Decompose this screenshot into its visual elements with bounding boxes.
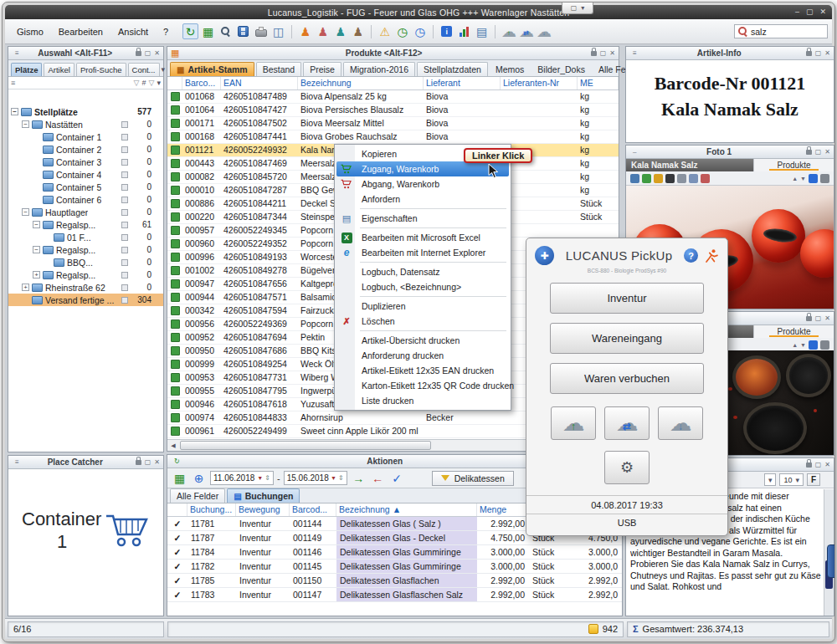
arrow-up-icon[interactable]: ▲ (792, 176, 798, 181)
context-menu-item-bearbeiten-mit-microsoft-excel[interactable]: XBearbeiten mit Microsoft Excel (336, 230, 509, 245)
context-menu-item-liste-drucken[interactable]: Liste drucken (336, 393, 509, 408)
user-remove-icon[interactable]: ♟ (315, 23, 331, 39)
column-header-me[interactable]: ME (578, 77, 619, 89)
table-row[interactable]: ✓11784Inventur001146Delikatessen Glas Gu… (167, 545, 622, 560)
save-icon[interactable] (809, 340, 818, 350)
bold-button[interactable]: F (807, 473, 820, 486)
history-green-icon[interactable]: ◷ (394, 23, 410, 39)
column-header-barco[interactable]: Barco... (182, 77, 221, 89)
font-size-dropdown[interactable]: 10▾ (779, 473, 804, 486)
tab-buchungen[interactable]: ▤Buchungen (227, 488, 300, 503)
maximize-panel-icon[interactable]: ▢ (815, 148, 822, 156)
column-header-lieferant[interactable]: Lieferant (424, 77, 501, 89)
mail-icon[interactable] (677, 174, 686, 183)
clock-icon[interactable]: ◷ (412, 23, 428, 39)
date-from-field[interactable]: 11.06.2018 ▼ ⇕ (210, 471, 274, 485)
close-panel-icon[interactable]: ✕ (824, 461, 830, 468)
tab-profi-suche[interactable]: Profi-Suche (76, 63, 126, 76)
titlebar[interactable]: Lucanus_Logistik - FUG - Feuer und Glas … (5, 5, 832, 19)
close-panel-icon[interactable]: ✕ (824, 49, 830, 57)
table-row[interactable]: 0001684260510847441Biova Grobes Rauchsal… (167, 130, 619, 144)
user-sync-icon[interactable]: ♟ (332, 23, 348, 39)
column-header-bewegung[interactable]: Bewegung (236, 503, 290, 516)
chevron-down-icon[interactable]: ▾ (162, 65, 166, 74)
column-header-bezeichnung[interactable]: Bezeichnung ▲ (336, 503, 477, 516)
collapse-icon[interactable]: − (11, 108, 18, 115)
save-icon[interactable] (235, 23, 251, 39)
collapse-icon[interactable]: − (33, 246, 40, 253)
globe-icon[interactable]: ⊕ (191, 470, 207, 486)
close-panel-icon[interactable]: ✕ (824, 314, 830, 322)
column-header-menge[interactable]: Menge (477, 503, 529, 516)
menu-item-help[interactable]: ? (156, 20, 176, 43)
print-icon[interactable] (820, 174, 829, 183)
button-wareneingang[interactable]: Wareneingang (550, 323, 704, 354)
search-input[interactable]: salz (751, 27, 767, 37)
arrow-down-icon[interactable]: ▼ (800, 176, 806, 181)
context-menu-item-duplizieren[interactable]: Duplizieren (336, 299, 509, 314)
image-icon[interactable] (630, 174, 639, 183)
tree-item[interactable]: 01 F...0 (8, 231, 163, 243)
tab-alle-felder[interactable]: Alle Felder (170, 488, 225, 503)
expand-icon[interactable]: + (22, 284, 29, 291)
column-header-barcod[interactable]: Barcod... (290, 503, 336, 516)
close-panel-icon[interactable]: ✕ (154, 458, 160, 466)
cloud-download-icon[interactable]: ☁↓ (536, 23, 552, 39)
column-header-lieferanten-nr[interactable]: Lieferanten-Nr (501, 77, 578, 89)
cloud-sync-button[interactable]: ☁⇄ (604, 406, 650, 440)
expand-icon[interactable]: + (33, 271, 40, 279)
close-panel-icon[interactable]: ✕ (609, 49, 615, 57)
column-header-bezeichnung[interactable]: Bezeichnung (298, 77, 424, 89)
tree-item[interactable]: −Nastätten0 (8, 118, 163, 130)
tab-bilder-doks[interactable]: Bilder_Doks (531, 62, 591, 76)
lock-icon[interactable] (806, 316, 812, 321)
print-icon[interactable] (253, 23, 269, 39)
tab-cont[interactable]: Cont... (128, 63, 160, 76)
context-menu-item-logbuch-datensatz[interactable]: Logbuch, Datensatz (336, 264, 509, 279)
filter-icon[interactable]: ▽ (149, 79, 155, 87)
cloud-upload-button[interactable]: ☁↑ (551, 406, 596, 440)
lock-icon[interactable] (806, 51, 812, 56)
cloud-upload-icon[interactable]: ☁↑ (501, 23, 516, 39)
menu-item-ansicht[interactable]: Ansicht (110, 20, 156, 43)
tab-memos[interactable]: Memos (490, 62, 530, 76)
settings-button[interactable]: ⚙ (604, 451, 650, 484)
tree-item[interactable]: Container 20 (8, 143, 163, 156)
delikatessen-filter-button[interactable]: Delikatessen (432, 471, 514, 486)
qr-code-icon[interactable] (665, 174, 675, 183)
docked-panel-handle[interactable] (827, 544, 835, 578)
copy-icon[interactable]: ◫ (270, 23, 286, 39)
chart-icon[interactable] (456, 23, 472, 39)
arrow-down-icon[interactable]: ▼ (800, 342, 806, 348)
tab-artikel-stamm[interactable]: ▦Artikel-Stamm (170, 62, 254, 76)
minimize-icon[interactable]: – (795, 8, 799, 16)
arrow-up-icon[interactable]: ▲ (792, 342, 798, 348)
camera-icon[interactable] (642, 174, 651, 183)
column-header-buchung[interactable]: Buchung... (187, 503, 236, 516)
tree-item[interactable]: +Regalsp...0 (8, 268, 163, 281)
scrollbar-thumb[interactable] (180, 441, 431, 450)
tree-item[interactable]: Container 40 (8, 168, 163, 181)
date-spinner[interactable]: ⇕ (264, 474, 270, 482)
column-header-blank[interactable] (167, 503, 187, 516)
export-grid-icon[interactable]: ▦ (172, 470, 187, 486)
pickup-dialog[interactable]: ✚ LUCANUS PickUp ? BCS-880 - Biologie Pr… (526, 238, 728, 536)
maximize-panel-icon[interactable]: ▢ (815, 461, 822, 468)
search-doc-icon[interactable] (218, 23, 234, 39)
date-spinner[interactable]: ⇕ (338, 474, 344, 482)
chevron-down-icon[interactable]: ▾ (581, 4, 584, 12)
context-menu-item-artikel-etikett-12x35-ean-drucken[interactable]: Artikel-Etikett 12x35 EAN drucken (336, 363, 509, 378)
search-box[interactable]: salz (734, 24, 828, 38)
maximize-panel-icon[interactable]: ▢ (600, 49, 607, 57)
table-view-icon[interactable]: ▤ (474, 23, 490, 39)
tree-item[interactable]: +Rheinstraße 620 (8, 281, 163, 294)
exit-runner-icon[interactable] (704, 248, 719, 263)
count-column-header[interactable]: # (142, 79, 146, 87)
back-icon[interactable]: ← (370, 470, 386, 486)
tree-item[interactable]: −Stellplätze577 (8, 105, 163, 118)
context-menu-item-artikel-übersicht-drucken[interactable]: Artikel-Übersicht drucken (336, 333, 509, 348)
maximize-panel-icon[interactable]: ▢ (145, 458, 151, 466)
refresh-icon[interactable]: ↻ (174, 457, 180, 465)
date-to-field[interactable]: 15.06.2018 ▼ ⇕ (284, 471, 347, 485)
context-menu-item-anfordern[interactable]: Anfordern (336, 192, 509, 207)
